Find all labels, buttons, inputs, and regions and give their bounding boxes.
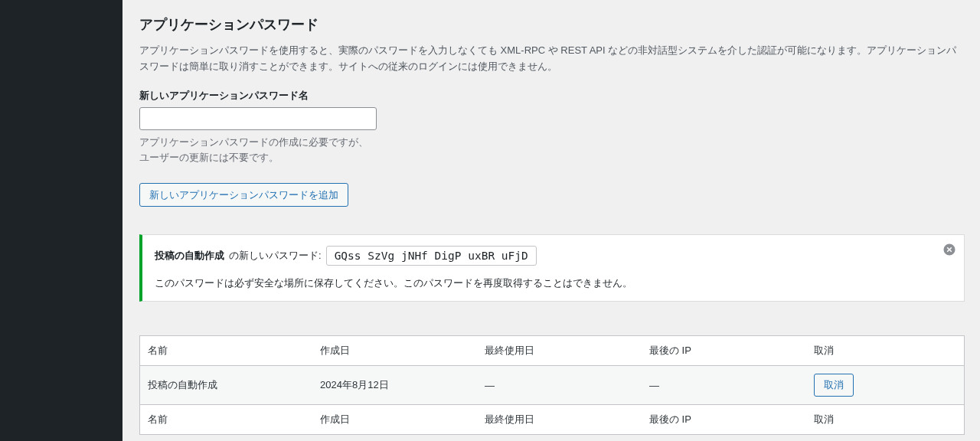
main-content: アプリケーションパスワード アプリケーションパスワードを使用すると、実際のパスワ… bbox=[122, 0, 980, 441]
col-header-last-ip: 最後の IP bbox=[642, 336, 806, 366]
col-header-last-used: 最終使用日 bbox=[477, 336, 642, 366]
col-footer-last-ip: 最後の IP bbox=[642, 405, 806, 435]
app-password-name-help: アプリケーションパスワードの作成に必要ですが、 ユーザーの更新には不要です。 bbox=[139, 135, 965, 167]
cell-created: 2024年8月12日 bbox=[312, 366, 477, 405]
cell-last-ip: — bbox=[642, 366, 806, 405]
app-password-name-label: 新しいアプリケーションパスワード名 bbox=[139, 89, 965, 103]
section-description: アプリケーションパスワードを使用すると、実際のパスワードを入力しなくても XML… bbox=[139, 43, 965, 75]
section-title: アプリケーションパスワード bbox=[139, 15, 965, 34]
admin-sidebar bbox=[0, 0, 122, 441]
notice-suffix: の新しいパスワード: bbox=[229, 249, 322, 263]
add-app-password-button[interactable]: 新しいアプリケーションパスワードを追加 bbox=[139, 183, 348, 207]
col-footer-created: 作成日 bbox=[312, 405, 477, 435]
close-icon[interactable] bbox=[942, 243, 956, 256]
app-password-name-input[interactable] bbox=[139, 107, 377, 130]
col-footer-name: 名前 bbox=[140, 405, 312, 435]
generated-password: GQss SzVg jNHf DigP uxBR uFjD bbox=[326, 246, 537, 266]
col-header-revoke: 取消 bbox=[806, 336, 964, 366]
table-header-row: 名前 作成日 最終使用日 最後の IP 取消 bbox=[140, 336, 964, 366]
cell-name: 投稿の自動作成 bbox=[140, 366, 312, 405]
cell-last-used: — bbox=[477, 366, 642, 405]
help-line-1: アプリケーションパスワードの作成に必要ですが、 bbox=[139, 136, 368, 148]
revoke-button[interactable]: 取消 bbox=[814, 374, 854, 397]
cell-revoke: 取消 bbox=[806, 366, 964, 405]
help-line-2: ユーザーの更新には不要です。 bbox=[139, 152, 279, 163]
col-header-name: 名前 bbox=[140, 336, 312, 366]
notice-app-name: 投稿の自動作成 bbox=[155, 249, 224, 263]
col-header-created: 作成日 bbox=[312, 336, 477, 366]
new-password-notice: 投稿の自動作成 の新しいパスワード: GQss SzVg jNHf DigP u… bbox=[139, 234, 965, 302]
app-passwords-table: 名前 作成日 最終使用日 最後の IP 取消 投稿の自動作成 2024年8月12… bbox=[139, 335, 965, 435]
col-footer-revoke: 取消 bbox=[806, 405, 964, 435]
table-footer-row: 名前 作成日 最終使用日 最後の IP 取消 bbox=[140, 405, 964, 435]
notice-warning: このパスワードは必ず安全な場所に保存してください。このパスワードを再度取得するこ… bbox=[155, 276, 930, 290]
table-row: 投稿の自動作成 2024年8月12日 — — 取消 bbox=[140, 366, 964, 405]
col-footer-last-used: 最終使用日 bbox=[477, 405, 642, 435]
